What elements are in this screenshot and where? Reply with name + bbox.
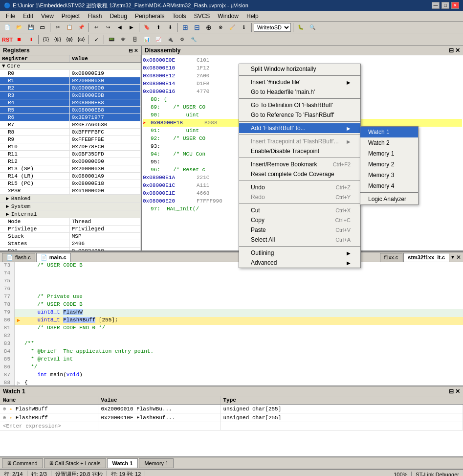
menu-svcs[interactable]: SVCS <box>190 12 214 21</box>
reg-row[interactable]: R15 (PC) 0x08000E18 <box>0 180 141 187</box>
tb-step4[interactable]: {ω} <box>76 35 87 45</box>
submenu-logic-analyzer[interactable]: Logic Analyzer <box>360 194 418 204</box>
ctx-add-to[interactable]: Add 'FlashRBuff' to... ▶ <box>239 123 360 133</box>
tb-redo[interactable]: ↪ <box>103 23 113 32</box>
reg-row[interactable]: R14 (LR) 0x080001A9 <box>0 173 141 180</box>
tb-run[interactable]: ⏸ <box>25 35 36 45</box>
ctx-select-all[interactable]: Select All Ctrl+A <box>239 235 360 245</box>
code-tab-dropdown[interactable]: ▼ <box>450 254 455 260</box>
reg-row[interactable]: Stack MSP <box>0 233 141 240</box>
tb-debug[interactable]: 🐛 <box>295 23 306 32</box>
tb-serial[interactable]: 🔌 <box>165 35 176 45</box>
menu-project[interactable]: Project <box>58 12 84 21</box>
tb-new[interactable]: 📄 <box>2 23 13 32</box>
minimize-button[interactable]: — <box>432 2 440 9</box>
menu-help[interactable]: Help <box>243 12 263 21</box>
tb-logic[interactable]: 📈 <box>153 35 164 45</box>
tb-periph[interactable]: ⚙ <box>176 35 187 45</box>
submenu-memory3[interactable]: Memory 3 <box>360 170 418 181</box>
reg-row[interactable]: R9 0xFFEBFFBE <box>0 136 141 143</box>
watch-close-btn[interactable]: ✕ <box>455 388 460 395</box>
reg-row[interactable]: R12 0x00000000 <box>0 158 141 165</box>
tb-watch[interactable]: 👁 <box>118 35 129 45</box>
menu-flash[interactable]: Flash <box>84 12 106 21</box>
reg-row[interactable]: R11 0x0BF35DFD <box>0 151 141 158</box>
reg-row[interactable]: Privilege Privileged <box>0 226 141 233</box>
disassembly-close-btn[interactable]: ✕ <box>455 47 460 54</box>
tb-disasm[interactable]: 📟 <box>106 35 117 45</box>
ctx-paste[interactable]: Paste Ctrl+V <box>239 225 360 235</box>
ctx-enable-tracepoint[interactable]: Enable/Disable Tracepoint <box>239 146 360 156</box>
reg-row[interactable]: Sec 0.00024960 <box>0 248 141 250</box>
watch-row-enter-expr[interactable]: <Enter expression> <box>0 422 463 431</box>
btm-tab-watch1[interactable]: Watch 1 <box>107 458 138 468</box>
tb-step2[interactable]: {ψ} <box>52 35 63 45</box>
menu-view[interactable]: View <box>37 12 58 21</box>
tb-bookmark[interactable]: 🔖 <box>141 23 152 32</box>
tab-main-c[interactable]: 📄 main.c <box>36 253 71 262</box>
menu-window[interactable]: Window <box>214 12 243 21</box>
btm-tab-command[interactable]: ⊞ Command <box>2 458 43 468</box>
close-button[interactable]: ✕ <box>451 2 459 9</box>
code-editor[interactable]: 73 /* USER CODE B 74 75 76 <box>0 262 463 386</box>
submenu-memory2[interactable]: Memory 2 <box>360 159 418 170</box>
ctx-copy[interactable]: Copy Ctrl+C <box>239 215 360 225</box>
ctx-insert-bookmark[interactable]: Insert/Remove Bookmark Ctrl+F2 <box>239 159 360 169</box>
reg-row[interactable]: States 2496 <box>0 240 141 248</box>
tb-saveall[interactable]: 🗃 <box>37 23 48 32</box>
watch-row-flashwbuff[interactable]: ⊕ ✦ FlashWBuff 0x20000010 FlashWBu... un… <box>0 405 463 413</box>
tb-clean[interactable]: 🧹 <box>227 23 238 32</box>
registers-close-button[interactable]: ✕ <box>134 48 138 53</box>
tb-forward[interactable]: ▶ <box>126 23 137 32</box>
tb-back[interactable]: ◀ <box>114 23 125 32</box>
tab-f1xx-c[interactable]: f1xx.c <box>380 253 403 262</box>
reg-row[interactable]: R1 0x20000630 <box>0 77 141 85</box>
ctx-redo[interactable]: Redo Ctrl+Y <box>239 192 360 202</box>
tb-step1[interactable]: {1} <box>41 35 51 45</box>
ctx-reset-coverage[interactable]: Reset complete Code Coverage <box>239 169 360 179</box>
reg-row[interactable]: R5 0x08000EB8 <box>0 107 141 114</box>
tb-reset[interactable]: RST <box>2 35 13 45</box>
tb-undo[interactable]: ↩ <box>91 23 102 32</box>
reg-row[interactable]: R13 (SP) 0x20000630 <box>0 165 141 173</box>
tb-buildall[interactable]: ⊕ <box>203 23 214 32</box>
watch-row-flashrbuff[interactable]: ⊕ ✦ FlashRBuff 0x2000010F FlashRBuf... u… <box>0 413 463 422</box>
menu-debug[interactable]: Debug <box>106 12 131 21</box>
tb-copy[interactable]: 📋 <box>64 23 75 32</box>
submenu-watch2[interactable]: Watch 2 <box>360 137 418 148</box>
reg-row[interactable]: R3 0x08000E0B <box>0 92 141 99</box>
tb-more1[interactable]: 🔧 <box>188 35 199 45</box>
reg-row[interactable]: R8 0xBFFFFBFC <box>0 129 141 136</box>
tb-cut[interactable]: ✂ <box>52 23 63 32</box>
tb-batchbuild[interactable]: ⊗ <box>215 23 226 32</box>
tb-next-bookmark[interactable]: ⬇ <box>165 23 176 32</box>
reg-row[interactable]: R7 0x0E7A60630 <box>0 121 141 129</box>
tab-stm32f1xx-it-c[interactable]: stm32f1xx_it.c <box>403 253 449 262</box>
tb-stop[interactable]: ⏹ <box>14 35 24 45</box>
registers-float-button[interactable]: ⊟ <box>129 48 132 53</box>
reg-row[interactable]: R6 0x3E971977 <box>0 114 141 121</box>
tb-target-combo[interactable]: WritetoSD <box>254 23 291 32</box>
tb-open[interactable]: 📂 <box>14 23 24 32</box>
menu-tools[interactable]: Tools <box>169 12 190 21</box>
reg-row[interactable]: R4 0x08000EB8 <box>0 99 141 107</box>
ctx-goto-header[interactable]: Go to Headerfile 'main.h' <box>239 87 360 97</box>
tb-memory[interactable]: 🗄 <box>130 35 140 45</box>
submenu-memory4[interactable]: Memory 4 <box>360 181 418 191</box>
disassembly-float-btn[interactable]: ⊟ <box>449 47 454 54</box>
tab-flash-c[interactable]: 📄 flash.c <box>2 253 35 262</box>
menu-file[interactable]: File <box>2 12 19 21</box>
tb-stepinto[interactable]: ↙ <box>91 35 102 45</box>
submenu-watch1[interactable]: Watch 1 <box>360 127 418 137</box>
menu-peripherals[interactable]: Peripherals <box>131 12 169 21</box>
ctx-advanced[interactable]: Advanced ▶ <box>239 258 360 268</box>
reg-row[interactable]: Mode Thread <box>0 218 141 226</box>
ctx-outlining[interactable]: Outlining ▶ <box>239 248 360 258</box>
reg-row[interactable]: R2 0x00000000 <box>0 85 141 92</box>
submenu-memory1[interactable]: Memory 1 <box>360 148 418 159</box>
ctx-cut[interactable]: Cut Ctrl+X <box>239 205 360 215</box>
ctx-insert-include[interactable]: Insert '#include file' ▶ <box>239 77 360 87</box>
ctx-undo[interactable]: Undo Ctrl+Z <box>239 182 360 192</box>
tb-perf[interactable]: 📊 <box>141 35 152 45</box>
tb-paste[interactable]: 📌 <box>76 23 87 32</box>
